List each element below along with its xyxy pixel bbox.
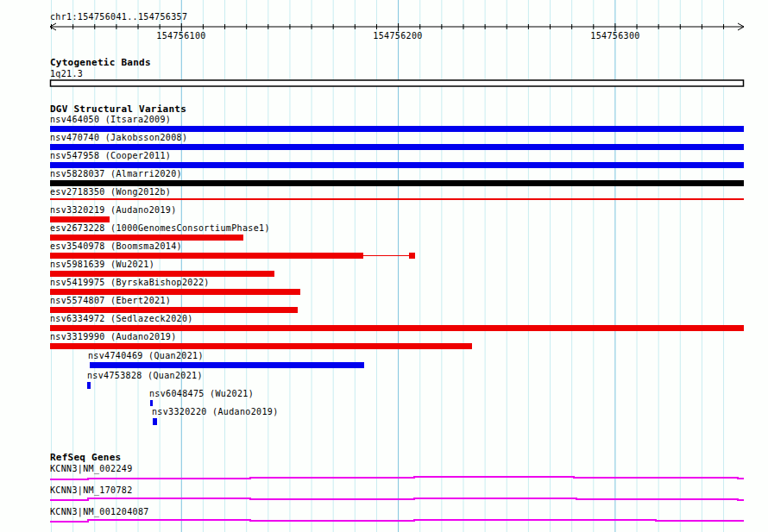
- ruler-tick-label: 154756300: [590, 31, 639, 41]
- ruler-tick-label: 154756200: [373, 31, 422, 41]
- variant-bar[interactable]: [50, 216, 110, 222]
- variant-label[interactable]: nsv6334972 (Sedlazeck2020): [50, 314, 193, 324]
- variant-label[interactable]: nsv5981639 (Wu2021): [50, 260, 154, 270]
- variant-label[interactable]: nsv547958 (Cooper2011): [50, 151, 171, 161]
- variant-label[interactable]: esv3540978 (Boomsma2014): [50, 241, 182, 252]
- variant-label[interactable]: nsv3320220 (Audano2019): [152, 407, 279, 417]
- variant-label[interactable]: nsv4740469 (Quan2021): [88, 351, 204, 361]
- variant-bar[interactable]: [87, 382, 91, 389]
- variant-bar[interactable]: [50, 307, 298, 313]
- variant-bar[interactable]: [90, 362, 364, 368]
- gene-line[interactable]: [50, 520, 744, 522]
- variant-bar[interactable]: [50, 144, 744, 150]
- variant-label[interactable]: nsv4753828 (Quan2021): [87, 371, 203, 381]
- variant-label[interactable]: nsv3319990 (Audano2019): [50, 332, 177, 342]
- variant-bar[interactable]: [50, 343, 472, 349]
- variant-bar[interactable]: [50, 271, 274, 277]
- cytoband-label[interactable]: 1q21.3: [50, 69, 83, 79]
- variant-label[interactable]: nsv5419975 (ByrskaBishop2022): [50, 278, 210, 288]
- gene-label[interactable]: KCNN3|NM_001204087: [50, 507, 149, 517]
- genome-browser-view: chr1:154756041..154756357 Cytogenetic Ba…: [0, 0, 768, 532]
- ruler-tick-label: 154756100: [156, 31, 205, 41]
- variant-bar[interactable]: [50, 235, 243, 241]
- variant-label[interactable]: nsv464050 (Itsara2009): [50, 115, 171, 125]
- variant-label[interactable]: nsv5828037 (Almarri2020): [50, 169, 182, 179]
- variant-bar[interactable]: [50, 180, 744, 186]
- gene-label[interactable]: KCNN3|NM_002249: [50, 464, 133, 474]
- variant-label[interactable]: nsv5574807 (Ebert2021): [50, 296, 171, 306]
- region-title: chr1:154756041..154756357: [50, 12, 187, 22]
- variant-bar[interactable]: [50, 126, 744, 132]
- section-header-dgv: DGV Structural Variants: [50, 104, 186, 115]
- variant-bar[interactable]: [153, 418, 157, 425]
- variant-bar[interactable]: [150, 400, 153, 406]
- variant-end-block[interactable]: [409, 253, 415, 259]
- variant-label[interactable]: esv2718350 (Wong2012b): [50, 187, 171, 197]
- gene-line[interactable]: [50, 498, 744, 500]
- cytoband-box[interactable]: [51, 80, 744, 86]
- section-header-cytobands: Cytogenetic Bands: [50, 58, 151, 68]
- variant-label[interactable]: nsv470740 (Jakobsson2008): [50, 133, 187, 143]
- variant-label[interactable]: nsv3320219 (Audano2019): [50, 205, 177, 216]
- variant-label[interactable]: nsv6048475 (Wu2021): [149, 389, 254, 399]
- gene-line[interactable]: [50, 477, 744, 479]
- gene-label[interactable]: KCNN3|NM_170782: [50, 485, 133, 496]
- variant-bar[interactable]: [50, 198, 744, 200]
- variant-bar[interactable]: [50, 325, 744, 331]
- section-header-refseq: RefSeq Genes: [50, 453, 121, 463]
- variant-bar[interactable]: [50, 162, 744, 168]
- variant-bar[interactable]: [50, 253, 363, 259]
- variant-bar[interactable]: [50, 289, 300, 295]
- variant-label[interactable]: esv2673228 (1000GenomesConsortiumPhase1): [50, 223, 270, 234]
